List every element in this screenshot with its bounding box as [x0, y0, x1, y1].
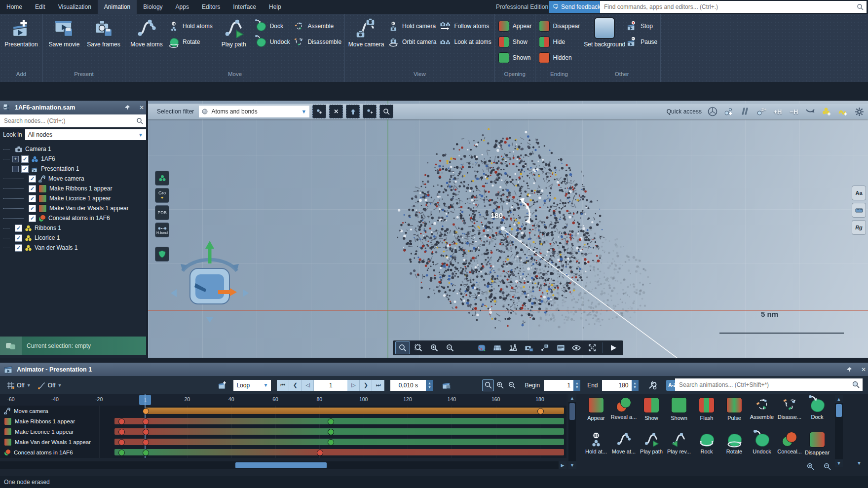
checkbox[interactable]: ✓	[15, 234, 22, 242]
animation-tile-play-path[interactable]: Play path	[638, 430, 665, 464]
checkbox[interactable]: ✓	[29, 195, 36, 202]
current-frame-field[interactable]: 1	[314, 380, 347, 391]
hidden-button[interactable]: Hidden	[538, 51, 580, 64]
wrench-settings-icon[interactable]	[646, 379, 658, 391]
checkbox[interactable]: ✓	[29, 175, 36, 183]
play-icon[interactable]	[606, 341, 621, 354]
animation-tile-conceal-[interactable]: Conceal...	[776, 430, 803, 464]
tree-node-make-van-der-waals-1-appear[interactable]: ✓Make Van der Waals 1 appear	[0, 203, 146, 213]
expander-icon[interactable]: +	[12, 156, 19, 162]
menu-home[interactable]: Home	[0, 0, 29, 14]
timeline-row-move-camera[interactable]: Move camera	[0, 406, 566, 416]
gromacs-shortcut[interactable]: Gro✦	[155, 188, 169, 203]
menu-help[interactable]: Help	[263, 0, 288, 14]
menu-biology[interactable]: Biology	[137, 0, 169, 14]
node-search-input[interactable]	[0, 117, 136, 124]
keyframe-dot[interactable]	[118, 450, 125, 456]
zoom-selection-icon[interactable]	[379, 105, 393, 118]
viewport-3d[interactable]: 180 Selection filter Atoms and bonds ▼ ✕…	[148, 101, 868, 358]
animation-tile-shown[interactable]: Shown	[665, 395, 693, 430]
add-molecule-icon[interactable]	[821, 106, 832, 117]
keyframe-dot[interactable]	[143, 439, 149, 446]
pin-icon[interactable]	[124, 105, 133, 111]
animation-tile-disasse-[interactable]: Disasse...	[776, 395, 803, 430]
timeline-vscrollbar[interactable]: ▲ ▼	[568, 394, 576, 469]
selection-filter-dropdown[interactable]: Atoms and bonds ▼	[199, 106, 309, 117]
timeline-rows[interactable]: Move cameraMake Ribbons 1 appearMake Lic…	[0, 406, 566, 458]
snap-dropdown[interactable]: Off ▼	[7, 381, 31, 389]
timeline-row-make-van-der-waals-1-appear[interactable]: Make Van der Waals 1 appear	[0, 437, 566, 447]
visibility-icon[interactable]	[569, 341, 584, 354]
prev-frame-button[interactable]: ◁	[302, 380, 314, 391]
remove-hydrogens[interactable]: −H	[788, 106, 800, 117]
shown-button[interactable]: Shown	[498, 51, 532, 64]
pdb-shortcut[interactable]: PDB	[155, 205, 169, 220]
zoom-region-icon[interactable]	[411, 341, 426, 354]
export-movie-icon[interactable]	[441, 379, 453, 391]
keyframe-dot[interactable]	[118, 439, 125, 446]
rotate-button[interactable]: Rotate	[168, 36, 213, 48]
animation-tile-pulse[interactable]: Pulse	[720, 395, 748, 430]
animation-tile-appear[interactable]: Appear	[582, 395, 610, 430]
clear-selection-icon[interactable]: ✕	[329, 105, 343, 118]
keyframe-dot[interactable]	[143, 418, 149, 425]
keyframe-dot[interactable]	[143, 408, 149, 414]
tree-node-presentation-1[interactable]: -✓Presentation 1	[0, 164, 146, 174]
node-search[interactable]	[0, 114, 146, 127]
charge-icon[interactable]: 2+	[755, 106, 767, 117]
grow-selection-icon[interactable]	[363, 105, 377, 118]
timeline-ruler[interactable]: -60-40-20120406080100120140160180	[0, 394, 566, 406]
tree-node-conceal-atoms-in-1af6[interactable]: ✓ Conceal atoms in 1AF6	[0, 213, 146, 223]
animation-tile-rotate[interactable]: Rotate	[720, 430, 748, 464]
menu-editors[interactable]: Editors	[195, 0, 226, 14]
checkbox[interactable]: ✓	[21, 155, 29, 163]
play-path-button[interactable]: Play path	[216, 18, 252, 48]
library-scroll-thumb[interactable]	[836, 404, 842, 417]
tree-node-make-ribbons-1-appear[interactable]: ✓Make Ribbons 1 appear	[0, 184, 146, 193]
fit-view-icon[interactable]	[585, 341, 600, 354]
timeline-zoom-fit-icon[interactable]	[482, 379, 494, 391]
checkbox[interactable]: ✓	[29, 205, 36, 212]
snapshot-icon[interactable]	[522, 341, 536, 354]
disassemble-button[interactable]: Disassemble	[293, 36, 341, 48]
end-field[interactable]: 180 ▲▼	[602, 380, 639, 391]
command-search[interactable]	[600, 1, 867, 13]
animation-bar[interactable]	[114, 428, 564, 435]
animation-search-input[interactable]	[675, 381, 852, 388]
tree-node-camera-1[interactable]: Camera 1	[0, 144, 146, 154]
hide-button[interactable]: Hide	[538, 36, 580, 48]
save-movie-button[interactable]: Save movie	[46, 18, 82, 48]
view-cube-icon[interactable]	[474, 341, 489, 354]
ruler-tool-button[interactable]	[852, 203, 866, 218]
checkbox[interactable]: ✓	[21, 165, 29, 173]
library-scrollbar[interactable]: ▲ ▼	[835, 395, 843, 467]
tree-node-van-der-waals-1[interactable]: ✓Van der Waals 1	[0, 243, 146, 253]
timeline-hscrollbar[interactable]: ▶	[0, 461, 566, 469]
checkbox[interactable]: ✓	[29, 215, 36, 222]
radius-gyration-button[interactable]: Rg	[852, 220, 866, 235]
disappear-button[interactable]: Disappear	[538, 20, 580, 33]
hold-atoms-button[interactable]: Hold atoms	[168, 20, 213, 33]
annotation-icon[interactable]	[537, 341, 552, 354]
timeline-zoom-in-icon[interactable]	[494, 379, 506, 391]
menu-apps[interactable]: Apps	[169, 0, 195, 14]
minimize-icon[interactable]	[804, 106, 816, 117]
checkbox[interactable]: ✓	[15, 225, 22, 232]
timeline-row-make-ribbons-1-appear[interactable]: Make Ribbons 1 appear	[0, 416, 566, 426]
save-frames-button[interactable]: Save frames	[85, 18, 122, 48]
pause-button[interactable]: Pause	[626, 36, 657, 48]
loop-dropdown[interactable]: Loop▼	[233, 380, 271, 391]
menu-interface[interactable]: Interface	[226, 0, 263, 14]
zoom-tool-icon[interactable]	[395, 341, 410, 354]
select-parent-icon[interactable]	[346, 105, 360, 118]
floor-icon[interactable]	[490, 341, 505, 354]
keyframe-dot[interactable]	[118, 429, 125, 435]
timeline-row-conceal-atoms-in-1af6[interactable]: Conceal atoms in 1AF6	[0, 447, 566, 457]
library-zoom-in-icon[interactable]	[804, 460, 816, 472]
scroll-right-icon[interactable]: ▶	[559, 461, 566, 469]
animation-tile-rock[interactable]: Rock	[693, 430, 720, 464]
molecule-shortcut-icon[interactable]	[155, 171, 169, 186]
gear-icon[interactable]	[853, 106, 865, 117]
assemble-button[interactable]: Assemble	[293, 20, 341, 33]
set-background-button[interactable]: Set background	[586, 18, 623, 48]
